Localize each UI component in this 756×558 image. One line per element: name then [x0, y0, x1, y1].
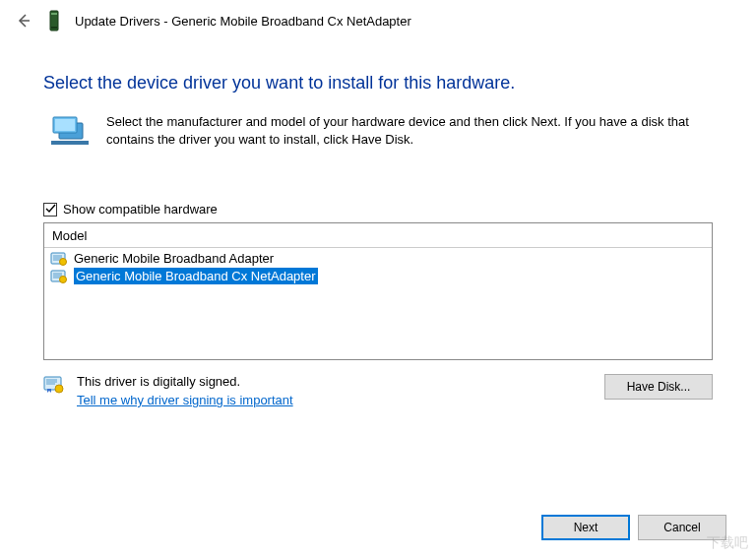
next-button[interactable]: Next: [541, 515, 630, 540]
model-item-label: Generic Mobile Broadband Adapter: [74, 251, 274, 266]
back-arrow-icon: [16, 13, 32, 29]
model-column-header[interactable]: Model: [44, 223, 712, 248]
signing-info-link[interactable]: Tell me why driver signing is important: [77, 393, 293, 407]
svg-rect-2: [51, 13, 57, 15]
titlebar: Update Drivers - Generic Mobile Broadban…: [0, 0, 756, 39]
svg-rect-6: [55, 119, 75, 131]
compat-label: Show compatible hardware: [63, 202, 218, 217]
model-listbox: Model Generic Mobile Broadband Adapter: [43, 222, 713, 360]
compat-row: Show compatible hardware: [0, 158, 756, 222]
back-button[interactable]: [14, 11, 33, 31]
driver-signed-icon: [50, 252, 68, 266]
model-item[interactable]: Generic Mobile Broadband Cx NetAdapter: [44, 267, 712, 285]
authenticode-icon: [43, 376, 65, 394]
model-item-label: Generic Mobile Broadband Cx NetAdapter: [74, 268, 318, 284]
svg-rect-3: [51, 27, 57, 29]
svg-point-12: [60, 258, 67, 265]
have-disk-button[interactable]: Have Disk...: [604, 374, 713, 400]
device-icon: [45, 10, 63, 31]
svg-point-22: [55, 385, 63, 393]
page-heading: Select the device driver you want to ins…: [0, 39, 756, 103]
cancel-button[interactable]: Cancel: [638, 515, 726, 540]
model-list: Generic Mobile Broadband Adapter Generic…: [44, 248, 712, 287]
signed-status-text: This driver is digitally signed.: [77, 374, 293, 389]
instruction-row: Select the manufacturer and model of you…: [0, 103, 756, 158]
checkmark-icon: [45, 204, 56, 215]
model-item[interactable]: Generic Mobile Broadband Adapter: [44, 250, 712, 267]
footer-buttons: Next Cancel: [541, 515, 726, 540]
driver-signed-icon: [50, 270, 68, 283]
svg-rect-7: [51, 141, 89, 145]
window-title: Update Drivers - Generic Mobile Broadban…: [75, 14, 411, 29]
signed-info: This driver is digitally signed. Tell me…: [43, 374, 604, 407]
compat-checkbox[interactable]: [43, 203, 57, 217]
svg-point-17: [60, 276, 67, 282]
hardware-icon: [49, 115, 91, 149]
signed-row: This driver is digitally signed. Tell me…: [0, 360, 756, 407]
instruction-text: Select the manufacturer and model of you…: [106, 113, 713, 149]
